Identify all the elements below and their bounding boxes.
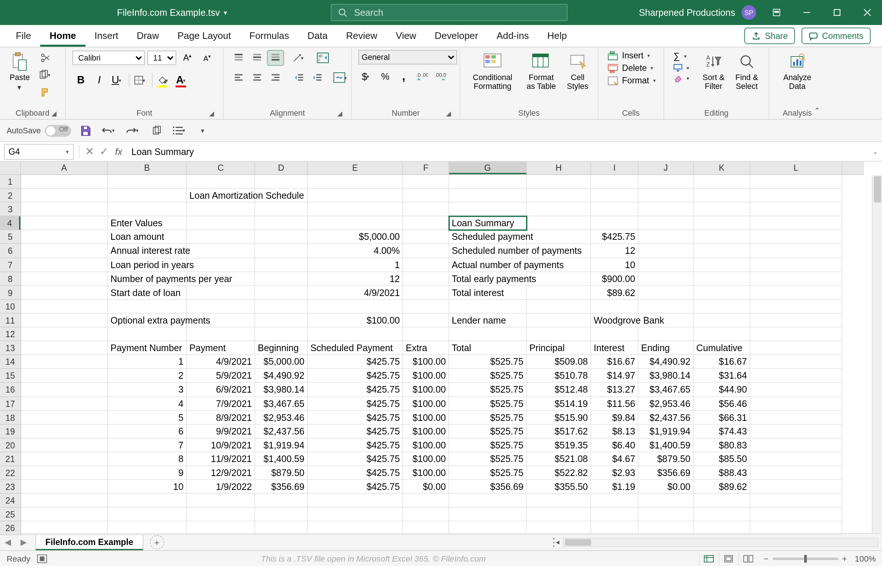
format-painter-button[interactable] bbox=[37, 84, 54, 100]
cell-B23[interactable]: 10 bbox=[108, 480, 187, 494]
cell-A21[interactable] bbox=[21, 452, 108, 466]
cell-K20[interactable]: $80.83 bbox=[693, 438, 750, 453]
cell-H16[interactable]: $512.48 bbox=[527, 383, 591, 397]
zoom-handle[interactable] bbox=[804, 555, 807, 562]
maximize-button[interactable] bbox=[822, 0, 852, 25]
cell-G6[interactable]: Scheduled number of payments bbox=[449, 244, 527, 258]
zoom-in-button[interactable]: + bbox=[842, 554, 847, 563]
cell-L23[interactable] bbox=[750, 480, 842, 494]
vertical-scrollbar[interactable] bbox=[872, 175, 882, 533]
cell-A12[interactable] bbox=[21, 327, 108, 341]
cell-I3[interactable] bbox=[591, 203, 639, 217]
cell-B16[interactable]: 3 bbox=[108, 383, 187, 397]
cell-K21[interactable]: $85.50 bbox=[693, 452, 750, 466]
cell-G15[interactable]: $525.75 bbox=[449, 369, 527, 383]
font-launcher[interactable]: ◢ bbox=[207, 108, 216, 117]
select-all-corner[interactable] bbox=[0, 162, 21, 175]
cell-B19[interactable]: 6 bbox=[108, 424, 187, 438]
find-select-button[interactable]: Find & Select bbox=[731, 50, 762, 92]
clear-button[interactable]: ▾ bbox=[671, 74, 692, 82]
align-right-button[interactable] bbox=[267, 70, 284, 86]
cell-C9[interactable] bbox=[187, 286, 255, 300]
cell-A18[interactable] bbox=[21, 411, 108, 424]
cell-H6[interactable] bbox=[527, 244, 591, 258]
cell-I16[interactable]: $13.27 bbox=[591, 383, 639, 397]
column-header-B[interactable]: B bbox=[108, 162, 187, 174]
cell-L19[interactable] bbox=[750, 424, 842, 438]
cell-E4[interactable] bbox=[308, 216, 404, 230]
cell-L9[interactable] bbox=[750, 286, 842, 300]
copy-button[interactable]: ▾ bbox=[37, 67, 54, 83]
format-as-table-button[interactable]: Format as Table bbox=[522, 50, 561, 92]
cell-B12[interactable] bbox=[108, 327, 187, 341]
cell-K23[interactable]: $89.62 bbox=[693, 480, 750, 494]
column-header-E[interactable]: E bbox=[308, 162, 404, 174]
cell-J18[interactable]: $2,437.56 bbox=[639, 411, 693, 424]
cell-A24[interactable] bbox=[21, 494, 108, 508]
cell-J13[interactable]: Ending bbox=[639, 341, 693, 355]
cell-A4[interactable] bbox=[21, 216, 108, 230]
normal-view-button[interactable] bbox=[699, 552, 717, 565]
cell-L15[interactable] bbox=[750, 369, 842, 383]
cell-G10[interactable] bbox=[449, 300, 527, 314]
cell-D10[interactable] bbox=[255, 300, 308, 314]
cell-D15[interactable]: $4,490.92 bbox=[255, 369, 308, 383]
cell-L8[interactable] bbox=[750, 272, 842, 286]
cell-L20[interactable] bbox=[750, 438, 842, 453]
cell-J10[interactable] bbox=[639, 300, 693, 314]
cell-K9[interactable] bbox=[693, 286, 750, 300]
tab-insert[interactable]: Insert bbox=[85, 26, 128, 46]
cell-B6[interactable]: Annual interest rate bbox=[108, 244, 187, 258]
cell-J1[interactable] bbox=[639, 175, 693, 189]
cell-E6[interactable]: 4.00% bbox=[308, 244, 404, 258]
row-header-22[interactable]: 22 bbox=[0, 466, 20, 480]
cell-B18[interactable]: 5 bbox=[108, 411, 187, 424]
cell-H20[interactable]: $519.35 bbox=[527, 438, 591, 453]
cell-F15[interactable]: $100.00 bbox=[403, 369, 449, 383]
cell-I25[interactable] bbox=[591, 508, 639, 522]
cell-I23[interactable]: $1.19 bbox=[591, 480, 639, 494]
cell-F4[interactable] bbox=[403, 216, 449, 230]
decrease-font-button[interactable]: A▾ bbox=[199, 50, 216, 66]
cell-J14[interactable]: $4,490.92 bbox=[639, 355, 693, 369]
cell-F24[interactable] bbox=[403, 494, 449, 508]
column-header-F[interactable]: F bbox=[403, 162, 449, 174]
cancel-formula-button[interactable]: ✕ bbox=[82, 144, 97, 159]
cell-D4[interactable] bbox=[255, 216, 308, 230]
cell-E11[interactable]: $100.00 bbox=[308, 314, 404, 328]
cell-C7[interactable] bbox=[187, 258, 255, 272]
cell-L14[interactable] bbox=[750, 355, 842, 369]
number-format-select[interactable]: General bbox=[358, 50, 457, 64]
font-size-select[interactable]: 11 bbox=[147, 51, 176, 65]
cell-D26[interactable] bbox=[255, 522, 308, 536]
cell-A8[interactable] bbox=[21, 272, 108, 286]
hscroll-thumb[interactable] bbox=[565, 539, 591, 545]
cell-K8[interactable] bbox=[693, 272, 750, 286]
cell-J20[interactable]: $1,400.59 bbox=[639, 438, 693, 453]
cell-L1[interactable] bbox=[750, 175, 842, 189]
cell-K7[interactable] bbox=[693, 258, 750, 272]
cell-F22[interactable]: $100.00 bbox=[403, 466, 449, 480]
cell-G8[interactable]: Total early payments bbox=[449, 272, 527, 286]
row-header-25[interactable]: 25 bbox=[0, 508, 20, 522]
cell-K13[interactable]: Cumulative bbox=[693, 341, 750, 355]
cell-H1[interactable] bbox=[527, 175, 591, 189]
cell-I4[interactable] bbox=[591, 216, 639, 230]
page-layout-view-button[interactable] bbox=[719, 552, 737, 565]
qat-copy-button[interactable] bbox=[147, 122, 166, 139]
cell-J7[interactable] bbox=[639, 258, 693, 272]
wrap-text-button[interactable]: abc bbox=[315, 50, 332, 66]
row-header-16[interactable]: 16 bbox=[0, 383, 20, 397]
cell-I2[interactable] bbox=[591, 189, 639, 203]
cell-C17[interactable]: 7/9/2021 bbox=[187, 397, 255, 411]
cell-G20[interactable]: $525.75 bbox=[449, 438, 527, 453]
column-header-H[interactable]: H bbox=[527, 162, 591, 174]
cell-G9[interactable]: Total interest bbox=[449, 286, 527, 300]
cell-H21[interactable]: $521.08 bbox=[527, 452, 591, 466]
sheet-nav-next[interactable]: ► bbox=[17, 536, 30, 549]
cell-C10[interactable] bbox=[187, 300, 255, 314]
cell-G13[interactable]: Total bbox=[449, 341, 527, 355]
cell-I22[interactable]: $2.93 bbox=[591, 466, 639, 480]
fill-color-button[interactable]: ▾ bbox=[155, 72, 172, 88]
avatar[interactable]: SP bbox=[742, 5, 756, 20]
